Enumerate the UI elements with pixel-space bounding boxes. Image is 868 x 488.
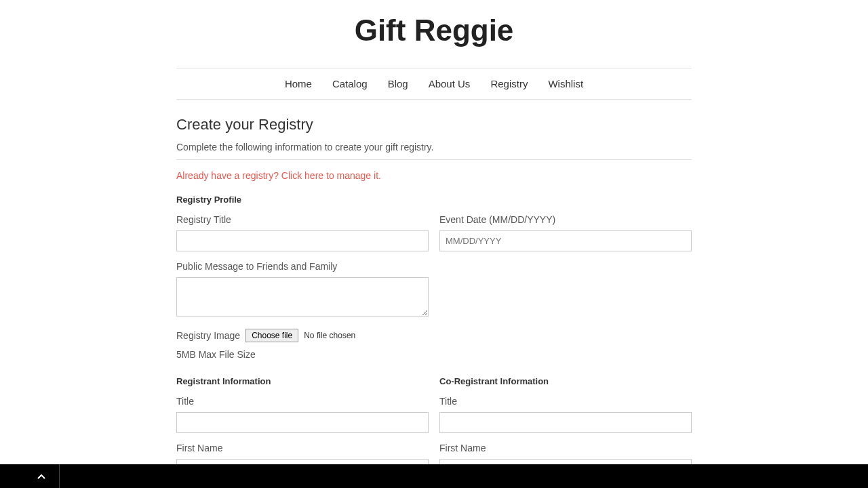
page-subtitle: Complete the following information to cr… [176, 142, 692, 152]
nav-catalog[interactable]: Catalog [332, 78, 368, 89]
registrant-first-name-label: First Name [176, 443, 429, 453]
nav-blog[interactable]: Blog [388, 78, 408, 89]
event-date-label: Event Date (MM/DD/YYYY) [439, 214, 692, 225]
nav-about[interactable]: About Us [429, 78, 471, 89]
registry-profile-section: Registry Profile Registry Title Event Da… [176, 195, 692, 376]
co-registrant-first-name-label: First Name [439, 443, 692, 453]
file-status: No file chosen [304, 331, 355, 340]
max-file-size-note: 5MB Max File Size [176, 349, 429, 360]
public-message-label: Public Message to Friends and Family [176, 261, 429, 272]
manage-registry-link[interactable]: Already have a registry? Click here to m… [176, 170, 381, 181]
page-title: Create your Registry [176, 116, 692, 134]
nav-wishlist[interactable]: Wishlist [548, 78, 583, 89]
divider [176, 159, 692, 160]
section-title-co-registrant: Co-Registrant Information [439, 376, 692, 386]
footer-bar [0, 464, 868, 488]
section-title-registrant: Registrant Information [176, 376, 429, 386]
registrant-title-label: Title [176, 396, 429, 407]
event-date-input[interactable] [439, 230, 692, 251]
co-registrant-title-label: Title [439, 396, 692, 407]
section-title-profile: Registry Profile [176, 195, 692, 205]
registry-title-label: Registry Title [176, 214, 429, 225]
main-nav: Home Catalog Blog About Us Registry Wish… [176, 68, 692, 100]
co-registrant-title-input[interactable] [439, 412, 692, 433]
nav-registry[interactable]: Registry [490, 78, 528, 89]
scroll-top-icon[interactable] [37, 464, 60, 488]
nav-home[interactable]: Home [285, 78, 312, 89]
registry-image-label: Registry Image [176, 330, 240, 341]
public-message-textarea[interactable] [176, 277, 429, 317]
site-title: Gift Reggie [176, 14, 692, 47]
registry-title-input[interactable] [176, 230, 429, 251]
choose-file-button[interactable]: Choose file [245, 329, 298, 342]
registrant-title-input[interactable] [176, 412, 429, 433]
